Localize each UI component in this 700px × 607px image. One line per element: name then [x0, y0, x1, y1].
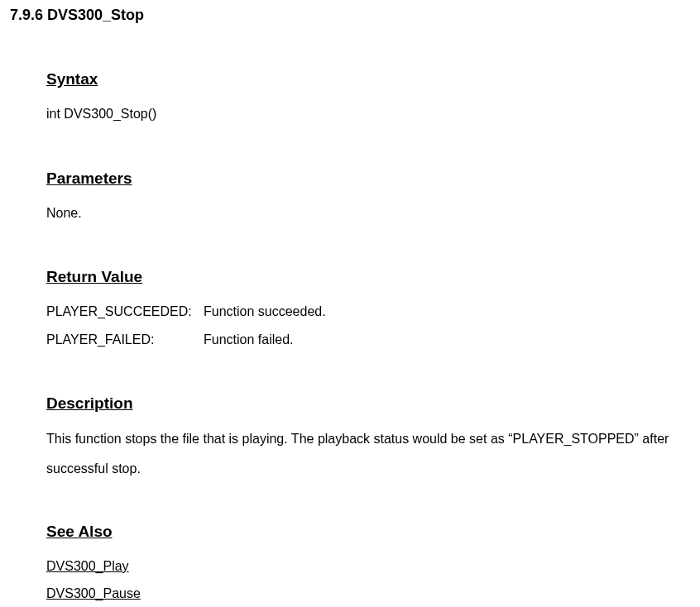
see-also-link-play[interactable]: DVS300_Play: [46, 552, 690, 581]
return-row: PLAYER_SUCCEEDED: Function succeeded.: [46, 298, 690, 326]
return-key: PLAYER_FAILED:: [46, 326, 204, 354]
syntax-code: int DVS300_Stop(): [46, 100, 690, 128]
see-also-heading: See Also: [46, 523, 690, 541]
see-also-list: DVS300_Play DVS300_Pause DVS300_GetStatu…: [46, 552, 690, 607]
return-val: Function failed.: [204, 326, 690, 354]
description-text: This function stops the file that is pla…: [46, 424, 690, 482]
see-also-link-pause[interactable]: DVS300_Pause: [46, 580, 690, 607]
parameters-text: None.: [46, 199, 690, 227]
description-heading: Description: [46, 394, 690, 413]
return-value-list: PLAYER_SUCCEEDED: Function succeeded. PL…: [46, 298, 690, 353]
parameters-heading: Parameters: [46, 170, 690, 188]
return-value-heading: Return Value: [46, 268, 690, 286]
return-row: PLAYER_FAILED: Function failed.: [46, 326, 690, 354]
section-title: 7.9.6 DVS300_Stop: [10, 7, 690, 24]
return-key: PLAYER_SUCCEEDED:: [46, 298, 204, 326]
return-val: Function succeeded.: [204, 298, 690, 326]
syntax-heading: Syntax: [46, 70, 690, 88]
